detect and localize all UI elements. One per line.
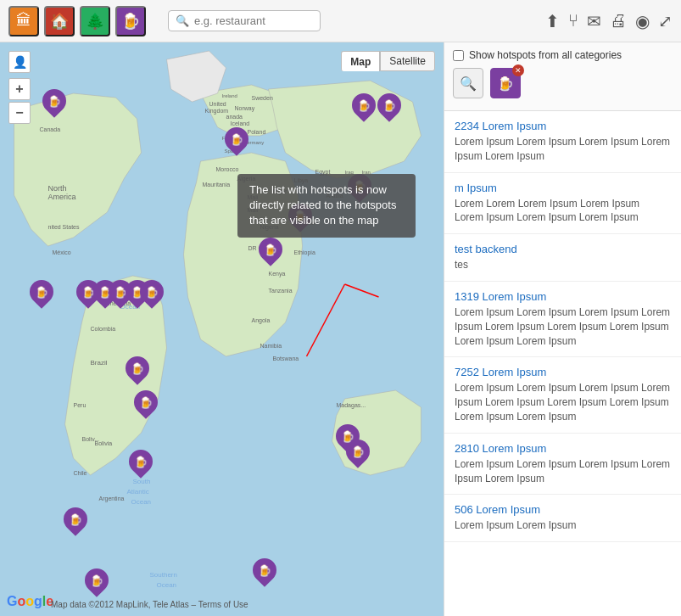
svg-text:Ocean: Ocean (131, 498, 152, 506)
right-icons: ⬆ ⑂ ✉ 🖨 ◉ ⤢ (545, 11, 673, 31)
svg-text:Namibia: Namibia (260, 343, 282, 349)
show-hotspots-checkbox[interactable] (453, 50, 464, 61)
map-pin[interactable]: 🍺 (85, 568, 109, 597)
svg-text:Southern: Southern (150, 571, 177, 579)
map-pin[interactable]: 🍺 (225, 127, 248, 156)
svg-text:Atlantic: Atlantic (127, 488, 149, 496)
list-item-title[interactable]: test backend (455, 243, 671, 255)
svg-text:nited States: nited States (48, 224, 80, 230)
svg-text:South: South (133, 478, 151, 485)
panel-category-close-icon[interactable]: ✕ (512, 64, 524, 76)
map-pin[interactable]: 🍺 (42, 89, 66, 118)
list-item[interactable]: m Ipsum Lorem Lorem Lorem Ipsum Lorem Ip… (444, 173, 681, 235)
list-item[interactable]: test backend tes (444, 234, 681, 282)
map-pin[interactable]: 🍺 (134, 390, 158, 419)
list-item-title[interactable]: m Ipsum (455, 182, 671, 194)
map-type-toggle: Map Satellite (341, 51, 435, 71)
panel-mug-icon: 🍺 (497, 76, 514, 92)
main-content: North America Canada anada nited States … (0, 42, 681, 616)
map-credit: Map data ©2012 MapLink, Tele Atlas – Ter… (51, 600, 248, 609)
svg-text:Ireland: Ireland (222, 93, 237, 98)
panel-list[interactable]: 2234 Lorem Ipsum Lorem Ipsum Lorem Ipsum… (444, 111, 681, 616)
building-icon-button[interactable]: 🏛 (8, 6, 39, 36)
zoom-out-button[interactable]: − (8, 102, 31, 124)
svg-text:Canada: Canada (40, 126, 61, 132)
svg-text:Iceland: Iceland (231, 120, 250, 126)
svg-text:America: America (48, 193, 76, 201)
show-hotspots-label: Show hotspots from all categories (469, 49, 622, 61)
list-item[interactable]: 2234 Lorem Ipsum Lorem Ipsum Lorem Ipsum… (444, 111, 681, 173)
svg-text:Colombia: Colombia (91, 326, 116, 332)
map-pin[interactable]: 🍺 (129, 450, 153, 479)
list-item[interactable]: 2810 Lorem Ipsum Lorem Ipsum Lorem Ipsum… (444, 434, 681, 496)
search-icon: 🔍 (176, 14, 189, 27)
map-pin[interactable]: 🍺 (352, 93, 376, 122)
svg-text:anada: anada (226, 114, 243, 120)
svg-text:Kenya: Kenya (269, 271, 286, 277)
map-pin[interactable]: 🍺 (140, 280, 164, 309)
map-toggle-map[interactable]: Map (341, 51, 380, 71)
svg-text:Chile: Chile (74, 470, 87, 476)
svg-text:United: United (209, 101, 226, 107)
svg-text:Kingdom: Kingdom (205, 108, 229, 115)
svg-text:Peru: Peru (74, 402, 87, 408)
svg-text:Bolivia: Bolivia (95, 440, 113, 446)
svg-text:Poland: Poland (248, 129, 266, 135)
map-pin[interactable]: 🍺 (346, 440, 370, 468)
panel-search-icon: 🔍 (460, 76, 477, 92)
svg-text:Argentina: Argentina (99, 496, 125, 502)
list-item-title[interactable]: 506 Lorem Ipsum (455, 503, 671, 516)
list-item[interactable]: 506 Lorem Ipsum Lorem Ipsum Lorem Ipsum (444, 495, 681, 542)
house-icon-button[interactable]: 🏠 (44, 6, 75, 36)
list-item-desc: Lorem Ipsum Lorem Ipsum Lorem Ipsum Lore… (455, 305, 671, 348)
fork-icon[interactable]: ⑂ (568, 11, 578, 31)
map-toggle-satellite[interactable]: Satellite (380, 51, 435, 71)
svg-text:North: North (48, 184, 67, 193)
svg-text:Norway: Norway (235, 105, 255, 112)
mug-icon-button[interactable]: 🍺 (115, 6, 146, 36)
svg-text:México: México (53, 249, 71, 255)
map-pin[interactable]: 🍺 (64, 507, 87, 536)
svg-text:Ocean: Ocean (157, 581, 177, 589)
svg-text:Ethiopia: Ethiopia (294, 249, 315, 256)
svg-text:Brazil: Brazil (91, 359, 108, 367)
svg-text:Mauritania: Mauritania (203, 182, 231, 188)
svg-text:Angola: Angola (252, 317, 271, 324)
map-pin[interactable]: 🍺 (126, 356, 149, 385)
panel-search-button[interactable]: 🔍 (453, 68, 483, 98)
svg-text:Morocco: Morocco (216, 166, 239, 172)
map-pin[interactable]: 🍺 (253, 558, 276, 587)
map-pin[interactable]: 🍺 (259, 238, 282, 266)
list-item-desc: Lorem Lorem Lorem Ipsum Lorem Ipsum Lore… (455, 197, 671, 226)
panel-category-button[interactable]: 🍺 ✕ (490, 68, 521, 98)
list-item-title[interactable]: 7252 Lorem Ipsum (455, 366, 671, 378)
svg-text:Madagas...: Madagas... (337, 402, 366, 409)
toolbar: 🏛 🏠 🌲 🍺 🔍 ⬆ ⑂ ✉ 🖨 ◉ ⤢ (0, 0, 681, 42)
rss-icon[interactable]: ◉ (635, 11, 650, 31)
show-hotspots-row: Show hotspots from all categories (453, 49, 673, 61)
print-icon[interactable]: 🖨 (610, 11, 627, 31)
search-bar: 🔍 (168, 10, 321, 31)
street-view-button[interactable]: 👤 (8, 51, 31, 73)
map-pin[interactable]: 🍺 (377, 93, 401, 122)
list-item-title[interactable]: 1319 Lorem Ipsum (455, 290, 671, 303)
map-area[interactable]: North America Canada anada nited States … (0, 42, 444, 616)
list-item[interactable]: 7252 Lorem Ipsum Lorem Ipsum Lorem Ipsum… (444, 357, 681, 433)
list-item-desc: Lorem Ipsum Lorem Ipsum Lorem Ipsum Lore… (455, 381, 671, 423)
list-item[interactable]: 1319 Lorem Ipsum Lorem Ipsum Lorem Ipsum… (444, 282, 681, 357)
map-controls: 👤 + − (8, 51, 31, 124)
list-item-desc: Lorem Ipsum Lorem Ipsum Lorem Ipsum Lore… (455, 457, 671, 486)
list-item-desc: Lorem Ipsum Lorem Ipsum Lorem Ipsum Lore… (455, 135, 671, 164)
tree-icon-button[interactable]: 🌲 (80, 6, 110, 36)
search-input[interactable] (194, 14, 313, 27)
mail-icon[interactable]: ✉ (587, 11, 601, 31)
list-item-desc: tes (455, 258, 671, 272)
list-item-title[interactable]: 2810 Lorem Ipsum (455, 442, 671, 455)
right-panel: Show hotspots from all categories 🔍 🍺 ✕ … (444, 42, 681, 616)
list-item-title[interactable]: 2234 Lorem Ipsum (455, 120, 671, 132)
list-item-desc: Lorem Ipsum Lorem Ipsum (455, 518, 671, 533)
share-icon[interactable]: ⬆ (545, 11, 560, 31)
map-pin[interactable]: 🍺 (30, 280, 53, 309)
zoom-in-button[interactable]: + (8, 78, 31, 100)
expand-icon[interactable]: ⤢ (658, 11, 673, 31)
